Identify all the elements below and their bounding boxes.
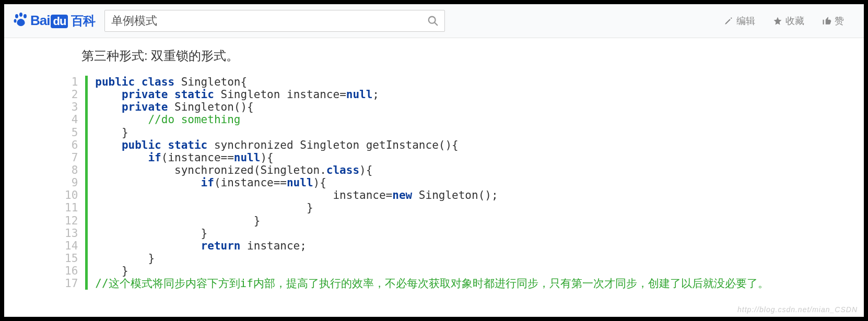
line-number: 16 [62, 265, 81, 277]
code-line: private static Singleton instance=null; [95, 88, 769, 101]
line-number: 13 [62, 227, 81, 240]
line-number: 4 [62, 113, 81, 126]
line-number: 8 [62, 164, 81, 176]
line-number: 10 [62, 189, 81, 201]
logo-baike-cn: 百科 [71, 13, 95, 29]
thumb-up-icon [822, 16, 831, 26]
line-number: 11 [62, 201, 81, 214]
logo-du: du [51, 15, 68, 28]
code-line: instance=new Singleton(); [95, 189, 769, 201]
like-label: 赞 [835, 15, 844, 27]
svg-point-2 [24, 14, 27, 18]
code-line: public static synchronized Singleton get… [95, 139, 769, 151]
header-bar: Bai du 百科 编辑 收藏 [4, 4, 864, 38]
search-button[interactable] [421, 10, 444, 31]
line-number: 17 [62, 277, 81, 290]
star-icon [773, 16, 782, 26]
svg-line-5 [435, 22, 438, 26]
svg-point-1 [19, 13, 22, 17]
header-actions: 编辑 收藏 赞 [724, 15, 854, 27]
search-box [104, 10, 445, 32]
line-number: 7 [62, 151, 81, 164]
line-number: 6 [62, 139, 81, 151]
search-icon [427, 15, 439, 27]
code-line: } [95, 126, 769, 139]
code-line: } [95, 227, 769, 240]
code-marker-bar [85, 76, 88, 290]
svg-point-0 [15, 14, 18, 18]
logo-text: Bai du 百科 [30, 13, 95, 29]
code-line: private Singleton(){ [95, 101, 769, 113]
code-line: if(instance==null){ [95, 176, 769, 189]
code-line: synchronized(Singleton.class){ [95, 164, 769, 176]
code-line: } [95, 265, 769, 277]
line-number: 2 [62, 88, 81, 101]
line-number: 5 [62, 126, 81, 139]
line-number: 15 [62, 252, 81, 265]
svg-point-3 [14, 19, 17, 23]
edit-label: 编辑 [736, 15, 755, 27]
favorite-action[interactable]: 收藏 [773, 15, 804, 27]
article-body: 第三种形式: 双重锁的形式。 1234567891011121314151617… [4, 38, 864, 290]
code-line: if(instance==null){ [95, 151, 769, 164]
paw-icon [14, 12, 28, 30]
line-number: 12 [62, 215, 81, 227]
line-number: 3 [62, 101, 81, 113]
code-line: return instance; [95, 240, 769, 252]
line-number: 9 [62, 176, 81, 189]
favorite-label: 收藏 [785, 15, 804, 27]
code-line: } [95, 252, 769, 265]
like-action[interactable]: 赞 [822, 15, 844, 27]
code-block: 1234567891011121314151617 public class S… [62, 76, 843, 290]
section-title: 第三种形式: 双重锁的形式。 [81, 47, 843, 64]
code-lines: public class Singleton{ private static S… [95, 76, 769, 290]
code-line: } [95, 215, 769, 227]
line-number-gutter: 1234567891011121314151617 [62, 76, 85, 290]
edit-action[interactable]: 编辑 [724, 15, 755, 27]
code-line: public class Singleton{ [95, 76, 769, 88]
code-line: //do something [95, 113, 769, 126]
code-line: //这个模式将同步内容下方到if内部，提高了执行的效率，不必每次获取对象时都进行… [95, 277, 769, 290]
line-number: 14 [62, 240, 81, 252]
code-line: } [95, 201, 769, 214]
logo-bai: Bai [30, 13, 50, 29]
watermark: http://blog.csdn.net/mian_CSDN [737, 305, 858, 314]
search-input[interactable] [105, 14, 421, 28]
line-number: 1 [62, 76, 81, 88]
pencil-icon [724, 16, 733, 26]
baidu-baike-logo[interactable]: Bai du 百科 [14, 12, 95, 30]
